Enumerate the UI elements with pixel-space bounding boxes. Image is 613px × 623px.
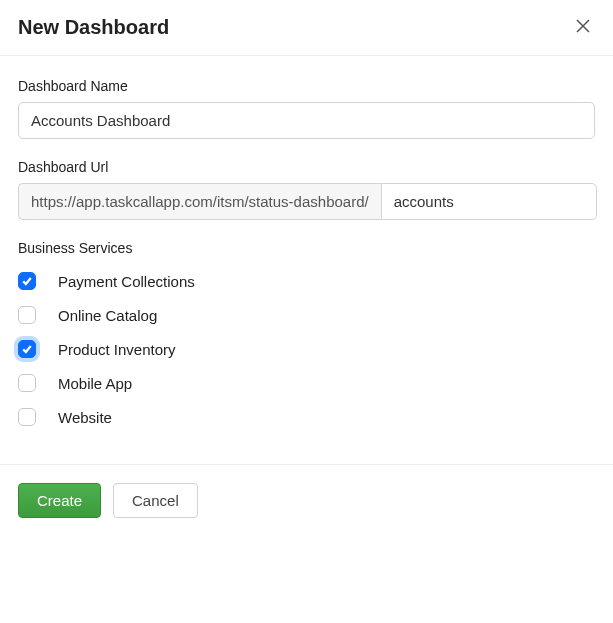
service-row[interactable]: Online Catalog [18, 298, 595, 332]
dashboard-name-input[interactable] [18, 102, 595, 139]
dashboard-url-prefix: https://app.taskcallapp.com/itsm/status-… [18, 183, 381, 220]
dashboard-url-group: Dashboard Url https://app.taskcallapp.co… [18, 159, 595, 220]
cancel-button[interactable]: Cancel [113, 483, 198, 518]
close-icon [575, 18, 591, 37]
service-label: Online Catalog [58, 307, 157, 324]
modal-footer: Create Cancel [0, 464, 613, 536]
service-checkbox[interactable] [18, 374, 36, 392]
check-icon [21, 343, 33, 355]
dashboard-name-group: Dashboard Name [18, 78, 595, 139]
service-checkbox[interactable] [18, 272, 36, 290]
business-services-list: Payment CollectionsOnline CatalogProduct… [18, 264, 595, 434]
modal-title: New Dashboard [18, 16, 169, 39]
business-services-group: Business Services Payment CollectionsOnl… [18, 240, 595, 434]
modal-header: New Dashboard [0, 0, 613, 56]
dashboard-url-input[interactable] [381, 183, 597, 220]
modal-body: Dashboard Name Dashboard Url https://app… [0, 56, 613, 464]
service-row[interactable]: Product Inventory [18, 332, 595, 366]
close-button[interactable] [571, 14, 595, 41]
dashboard-name-label: Dashboard Name [18, 78, 595, 94]
check-icon [21, 275, 33, 287]
service-row[interactable]: Mobile App [18, 366, 595, 400]
create-button[interactable]: Create [18, 483, 101, 518]
service-checkbox[interactable] [18, 340, 36, 358]
service-label: Product Inventory [58, 341, 176, 358]
service-label: Website [58, 409, 112, 426]
service-label: Payment Collections [58, 273, 195, 290]
service-label: Mobile App [58, 375, 132, 392]
dashboard-url-label: Dashboard Url [18, 159, 595, 175]
business-services-label: Business Services [18, 240, 595, 256]
service-checkbox[interactable] [18, 306, 36, 324]
service-checkbox[interactable] [18, 408, 36, 426]
service-row[interactable]: Payment Collections [18, 264, 595, 298]
dashboard-url-input-group: https://app.taskcallapp.com/itsm/status-… [18, 183, 595, 220]
service-row[interactable]: Website [18, 400, 595, 434]
